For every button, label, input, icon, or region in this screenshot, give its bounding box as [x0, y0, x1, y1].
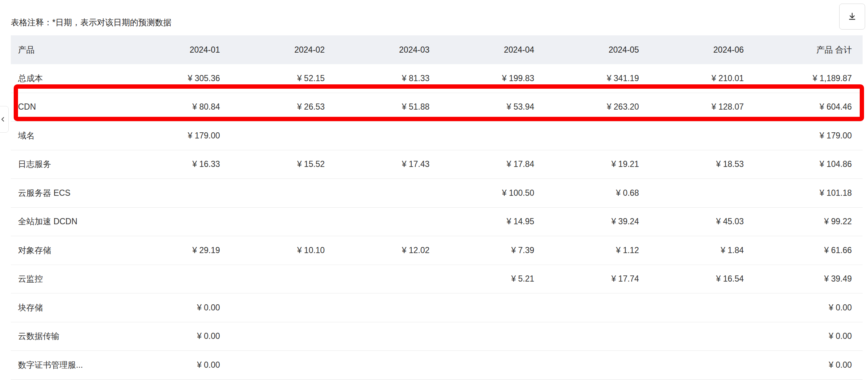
value-cell: ¥ 17.84 [440, 159, 545, 169]
product-cell: 云数据传输 [11, 331, 126, 342]
value-cell: ¥ 19.21 [545, 159, 650, 169]
value-cell: ¥ 263.20 [545, 102, 650, 112]
table-header: 产品 2024-01 2024-02 2024-03 2024-04 2024-… [11, 35, 863, 64]
value-cell: ¥ 81.33 [336, 74, 440, 83]
value-cell: ¥ 0.68 [545, 188, 650, 198]
table-note: 表格注释：*日期，表示对该日期的预测数据 [11, 17, 171, 28]
column-header-2024-05: 2024-05 [545, 45, 650, 55]
value-cell: ¥ 1.12 [545, 246, 650, 255]
column-header-2024-03: 2024-03 [336, 45, 440, 55]
value-cell: ¥ 199.83 [440, 74, 545, 83]
value-cell: ¥ 99.22 [755, 217, 863, 226]
value-cell: ¥ 17.43 [336, 159, 440, 169]
value-cell: ¥ 0.00 [126, 331, 231, 341]
product-cell: 云监控 [11, 273, 126, 284]
column-header-2024-02: 2024-02 [231, 45, 336, 55]
value-cell: ¥ 604.46 [755, 102, 863, 112]
value-cell: ¥ 45.03 [650, 217, 755, 226]
product-cell: 全站加速 DCDN [11, 216, 126, 227]
value-cell: ¥ 53.94 [440, 102, 545, 112]
value-cell: ¥ 15.52 [231, 159, 336, 169]
cost-table: 产品 2024-01 2024-02 2024-03 2024-04 2024-… [11, 35, 863, 380]
value-cell: ¥ 51.88 [336, 102, 440, 112]
value-cell: ¥ 0.00 [755, 331, 863, 341]
value-cell: ¥ 0.00 [126, 360, 231, 370]
column-header-total: 产品 合计 [755, 44, 863, 56]
value-cell: ¥ 10.10 [231, 246, 336, 255]
value-cell: ¥ 0.00 [755, 303, 863, 313]
value-cell: ¥ 7.39 [440, 246, 545, 255]
value-cell: ¥ 179.00 [126, 131, 231, 141]
table-row: 数字证书管理服... ¥ 0.00 ¥ 0.00 [11, 351, 863, 380]
value-cell: ¥ 26.53 [231, 102, 336, 112]
column-header-2024-06: 2024-06 [650, 45, 755, 55]
value-cell: ¥ 0.00 [126, 303, 231, 313]
column-header-2024-01: 2024-01 [126, 45, 231, 55]
value-cell: ¥ 305.36 [126, 74, 231, 83]
chevron-left-icon [0, 116, 6, 123]
value-cell: ¥ 101.18 [755, 188, 863, 198]
value-cell: ¥ 16.54 [650, 274, 755, 284]
column-header-product: 产品 [11, 44, 126, 56]
value-cell: ¥ 5.21 [440, 274, 545, 284]
product-cell: 域名 [11, 130, 126, 141]
table-row: 日志服务 ¥ 16.33 ¥ 15.52 ¥ 17.43 ¥ 17.84 ¥ 1… [11, 150, 863, 179]
value-cell: ¥ 12.02 [336, 246, 440, 255]
value-cell: ¥ 179.00 [755, 131, 863, 141]
table-row: 对象存储 ¥ 29.19 ¥ 10.10 ¥ 12.02 ¥ 7.39 ¥ 1.… [11, 236, 863, 265]
table-row: CDN ¥ 80.84 ¥ 26.53 ¥ 51.88 ¥ 53.94 ¥ 26… [11, 93, 863, 122]
value-cell: ¥ 39.49 [755, 274, 863, 284]
table-row: 块存储 ¥ 0.00 ¥ 0.00 [11, 293, 863, 322]
product-cell: 总成本 [11, 73, 126, 84]
table-row: 云服务器 ECS ¥ 100.50 ¥ 0.68 ¥ 101.18 [11, 179, 863, 208]
value-cell: ¥ 1.84 [650, 246, 755, 255]
value-cell: ¥ 80.84 [126, 102, 231, 112]
value-cell: ¥ 341.19 [545, 74, 650, 83]
value-cell: ¥ 39.24 [545, 217, 650, 226]
value-cell: ¥ 1,189.87 [755, 74, 863, 83]
product-cell: CDN [11, 102, 126, 112]
product-cell: 对象存储 [11, 245, 126, 256]
value-cell: ¥ 16.33 [126, 159, 231, 169]
value-cell: ¥ 61.66 [755, 246, 863, 255]
product-cell: 块存储 [11, 302, 126, 313]
table-body: 总成本 ¥ 305.36 ¥ 52.15 ¥ 81.33 ¥ 199.83 ¥ … [11, 64, 863, 380]
table-row: 云监控 ¥ 5.21 ¥ 17.74 ¥ 16.54 ¥ 39.49 [11, 265, 863, 294]
value-cell: ¥ 17.74 [545, 274, 650, 284]
value-cell: ¥ 128.07 [650, 102, 755, 112]
table-row: 云数据传输 ¥ 0.00 ¥ 0.00 [11, 322, 863, 351]
download-icon [847, 12, 857, 22]
product-cell: 日志服务 [11, 159, 126, 170]
product-cell: 云服务器 ECS [11, 187, 126, 199]
value-cell: ¥ 29.19 [126, 246, 231, 255]
panel-collapse-button[interactable] [0, 106, 9, 133]
value-cell: ¥ 52.15 [231, 74, 336, 83]
value-cell: ¥ 18.53 [650, 159, 755, 169]
product-cell: 数字证书管理服... [11, 359, 126, 371]
table-row: 域名 ¥ 179.00 ¥ 179.00 [11, 121, 863, 150]
value-cell: ¥ 0.00 [755, 360, 863, 370]
cost-analysis-page: 表格注释：*日期，表示对该日期的预测数据 产品 2024-01 2024-02 … [0, 0, 868, 380]
value-cell: ¥ 14.95 [440, 217, 545, 226]
value-cell: ¥ 210.01 [650, 74, 755, 83]
value-cell: ¥ 104.86 [755, 159, 863, 169]
table-row: 全站加速 DCDN ¥ 14.95 ¥ 39.24 ¥ 45.03 ¥ 99.2… [11, 208, 863, 237]
download-button[interactable] [839, 4, 865, 30]
table-row: 总成本 ¥ 305.36 ¥ 52.15 ¥ 81.33 ¥ 199.83 ¥ … [11, 64, 863, 93]
column-header-2024-04: 2024-04 [440, 45, 545, 55]
value-cell: ¥ 100.50 [440, 188, 545, 198]
